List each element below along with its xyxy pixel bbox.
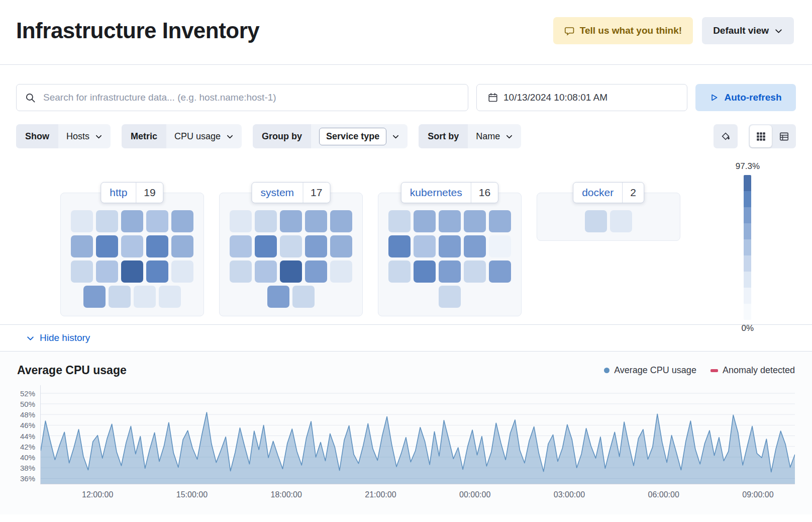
- host-node-cell[interactable]: [146, 235, 168, 257]
- host-node-cell[interactable]: [230, 260, 252, 283]
- host-node-cell[interactable]: [388, 210, 411, 232]
- host-node-cell[interactable]: [330, 260, 352, 283]
- host-node-cell[interactable]: [255, 210, 277, 232]
- host-node-cell[interactable]: [171, 210, 193, 232]
- host-node-cell[interactable]: [464, 260, 486, 283]
- group-label-pill: http19: [100, 182, 163, 203]
- feedback-button[interactable]: Tell us what you think!: [553, 17, 693, 44]
- chart-x-axis: 12:00:0015:00:0018:00:0021:00:0000:00:00…: [40, 484, 795, 502]
- grid-view-button[interactable]: [750, 125, 772, 147]
- host-node-cell[interactable]: [388, 260, 411, 283]
- host-node-cell[interactable]: [489, 235, 511, 257]
- group-link-kubernetes[interactable]: kubernetes: [401, 183, 471, 203]
- sort-by-filter-value: Name: [476, 131, 500, 142]
- host-node-cell[interactable]: [464, 235, 486, 257]
- group-link-system[interactable]: system: [252, 183, 303, 203]
- metric-filter-group: Metric CPU usage: [122, 124, 242, 148]
- host-node-cell[interactable]: [414, 210, 436, 232]
- chevron-down-icon: [774, 27, 783, 35]
- group-by-filter-select[interactable]: Service type: [311, 124, 408, 148]
- host-node-cell[interactable]: [171, 235, 193, 257]
- host-node-cell[interactable]: [330, 210, 352, 232]
- group-link-docker[interactable]: docker: [573, 183, 622, 203]
- host-node-cell[interactable]: [83, 286, 106, 308]
- host-node-cell[interactable]: [439, 235, 461, 257]
- chevron-down-icon: [505, 133, 513, 140]
- play-icon: [709, 93, 719, 102]
- chart-header: Average CPU usage Average CPU usageAnoma…: [17, 364, 795, 377]
- host-node-cell[interactable]: [414, 235, 436, 257]
- show-filter-select[interactable]: Hosts: [58, 124, 111, 148]
- host-node-cell[interactable]: [230, 210, 252, 232]
- host-node-cell[interactable]: [171, 260, 193, 283]
- chevron-down-icon: [226, 133, 234, 140]
- host-node-cell[interactable]: [414, 260, 436, 283]
- x-axis-label: 06:00:00: [648, 490, 679, 499]
- host-node-cell[interactable]: [388, 235, 411, 257]
- host-node-cell[interactable]: [267, 286, 289, 308]
- host-node-cell[interactable]: [305, 235, 327, 257]
- hide-history-toggle[interactable]: Hide history: [23, 332, 93, 344]
- host-node-cell[interactable]: [305, 260, 327, 283]
- host-node-cell[interactable]: [96, 235, 118, 257]
- host-node-cell[interactable]: [280, 210, 302, 232]
- host-node-cell[interactable]: [255, 260, 277, 283]
- host-node-cell[interactable]: [159, 286, 181, 308]
- waffle-rows: [585, 210, 632, 232]
- host-node-cell[interactable]: [146, 210, 168, 232]
- host-node-cell[interactable]: [330, 235, 352, 257]
- host-node-cell[interactable]: [71, 235, 93, 257]
- host-node-cell[interactable]: [121, 260, 143, 283]
- waffle-row: [71, 210, 193, 232]
- fill-color-button[interactable]: [714, 124, 738, 148]
- infrastructure-inventory-page: Infrastructure Inventory Tell us what yo…: [0, 0, 812, 522]
- host-node-cell[interactable]: [71, 260, 93, 283]
- search-input[interactable]: [42, 92, 459, 104]
- host-node-cell[interactable]: [585, 210, 607, 232]
- view-selector-label: Default view: [713, 25, 769, 36]
- search-icon: [25, 93, 36, 103]
- heatmap-legend-max: 97.3%: [736, 161, 760, 171]
- waffle-row: [230, 260, 352, 283]
- host-node-cell[interactable]: [439, 286, 461, 308]
- waffle-rows: [388, 210, 511, 308]
- y-axis-label: 40%: [20, 453, 35, 462]
- sort-by-filter-select[interactable]: Name: [468, 124, 521, 148]
- host-node-cell[interactable]: [255, 235, 277, 257]
- host-node-cell[interactable]: [121, 210, 143, 232]
- host-node-cell[interactable]: [489, 260, 511, 283]
- legend-item-dash[interactable]: Anomaly detected: [710, 365, 795, 376]
- metric-filter-select[interactable]: CPU usage: [166, 124, 242, 148]
- host-node-cell[interactable]: [280, 235, 302, 257]
- group-link-http[interactable]: http: [101, 183, 136, 203]
- auto-refresh-button[interactable]: Auto-refresh: [695, 84, 796, 111]
- host-node-cell[interactable]: [109, 286, 131, 308]
- host-node-cell[interactable]: [292, 286, 315, 308]
- date-picker-button[interactable]: 10/13/2024 10:08:01 AM: [476, 84, 687, 111]
- view-selector-button[interactable]: Default view: [702, 17, 794, 44]
- host-node-cell[interactable]: [71, 210, 93, 232]
- waffle-row: [388, 210, 511, 232]
- host-node-cell[interactable]: [464, 210, 486, 232]
- query-toolbar: 10/13/2024 10:08:01 AM Auto-refresh: [0, 65, 812, 111]
- legend-swatch-dot: [604, 368, 610, 373]
- host-node-cell[interactable]: [146, 260, 168, 283]
- host-node-cell[interactable]: [280, 260, 302, 283]
- host-node-cell[interactable]: [305, 210, 327, 232]
- group-label-pill: docker2: [573, 182, 644, 203]
- host-node-cell[interactable]: [230, 235, 252, 257]
- table-view-button[interactable]: [773, 125, 795, 147]
- host-node-cell[interactable]: [121, 235, 143, 257]
- host-node-cell[interactable]: [134, 286, 156, 308]
- host-node-cell[interactable]: [96, 210, 118, 232]
- host-node-cell[interactable]: [96, 260, 118, 283]
- host-node-cell[interactable]: [439, 210, 461, 232]
- sort-by-filter-group: Sort by Name: [419, 124, 521, 148]
- host-node-cell[interactable]: [489, 210, 511, 232]
- group-count: 19: [136, 183, 163, 203]
- group-by-filter-value: Service type: [319, 128, 386, 145]
- host-node-cell[interactable]: [610, 210, 632, 232]
- chart-legend: Average CPU usageAnomaly detected: [604, 365, 795, 376]
- legend-item-dot[interactable]: Average CPU usage: [604, 365, 696, 376]
- host-node-cell[interactable]: [439, 260, 461, 283]
